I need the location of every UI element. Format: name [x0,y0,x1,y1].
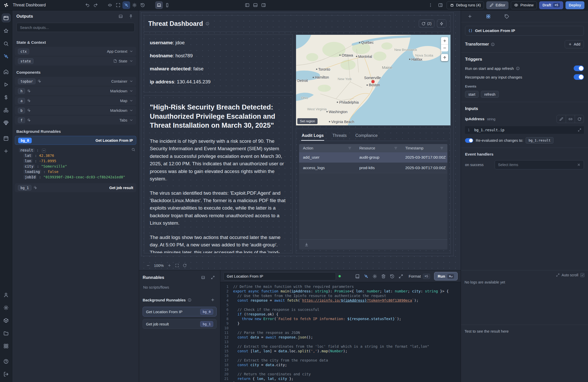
rail-app-window-button[interactable] [2,14,10,22]
collapse-result-toggle[interactable]: − [42,149,46,152]
more-menu-button[interactable] [427,1,434,9]
editor-button[interactable]: Editor [486,1,508,9]
rail-plus-button[interactable] [2,147,10,155]
expand-editor-icon[interactable] [578,128,581,132]
table-row[interactable]: add_useraudit-group2025-03-30T17:00:00Z [299,152,447,162]
rail-search-button[interactable] [2,39,10,48]
search-outputs-input[interactable] [16,23,135,32]
column-header-action[interactable]: Action [299,146,355,150]
rail-play-button[interactable] [2,80,10,89]
expand-logs-icon[interactable] [556,273,560,277]
tab-audit-logs[interactable]: Audit Logs [301,131,324,141]
map-minus-button[interactable] [441,44,448,51]
pencil-button[interactable] [557,115,566,123]
tab-threats[interactable]: Threats [332,131,347,141]
markdown-fields-component[interactable]: username: jdoehostname: host789malware d… [144,35,293,92]
tab-compliance[interactable]: Compliance [355,131,378,141]
rail-help-button[interactable] [2,357,10,366]
tag-button[interactable] [503,13,511,20]
app-trigger-button[interactable] [437,19,446,28]
clear-select-icon[interactable] [577,163,581,167]
laptop-button[interactable] [155,1,163,9]
rail-package-button[interactable] [2,316,10,325]
plus-button[interactable] [466,13,474,20]
run-button[interactable]: Run ⌘↵ [434,272,458,280]
zoom-in-icon[interactable] [167,264,171,267]
sun-button[interactable] [131,1,138,9]
trash-button[interactable] [380,272,387,280]
dock-runnables-button[interactable] [199,274,207,281]
format-button[interactable]: Format ⌘S [409,274,430,279]
output-row-f[interactable]: fTabs [15,116,136,125]
map-arrow-up-button[interactable] [441,54,448,61]
expand-runnables-button[interactable] [209,274,217,281]
topbar-component[interactable]: Threat Dashboard (2) [144,15,451,32]
add-runnable-button[interactable] [209,296,217,304]
rail-dollar-button[interactable] [2,93,10,102]
output-row-h[interactable]: hMarkdown [15,86,136,95]
rail-folder-button[interactable] [2,329,10,337]
reset-canvas-icon[interactable] [183,264,187,267]
code-button[interactable] [106,1,114,9]
panel-right-button[interactable] [260,1,267,9]
rail-settings-button[interactable] [2,303,10,312]
rail-home-button[interactable] [2,67,10,76]
link-button[interactable] [566,115,575,123]
panel-bottom-button[interactable] [252,1,259,9]
map-plus-button[interactable] [441,37,448,44]
history-button[interactable] [139,1,146,9]
fit-canvas-icon[interactable] [175,264,179,267]
book-button[interactable] [354,272,361,280]
rail-calendar-button[interactable] [2,134,10,143]
code-area[interactable]: 1// Define the main function with the re… [220,282,461,382]
runnable-item[interactable]: Get Location From IPbg_0 [143,307,217,316]
markdown-report-component[interactable]: "High-Risk Security Breach Detected: Una… [144,95,293,253]
runnable-name-input[interactable] [223,272,336,280]
output-row-a[interactable]: aMap [15,96,136,105]
redo-button[interactable] [92,1,99,9]
app-canvas[interactable]: Threat Dashboard (2) username: jdoehostn… [139,10,461,270]
expand-button[interactable] [397,272,405,280]
download-table-button[interactable] [303,241,310,248]
maximize-button[interactable] [114,1,122,9]
output-row-b[interactable]: bMarkdown [15,106,136,115]
map-marker[interactable] [371,80,375,83]
debug-runs-button[interactable]: Debug runs (4) [447,1,484,9]
bg0-row[interactable]: bg_0 Get Location From IP [15,136,136,145]
autoscroll-checkbox[interactable] [580,273,584,277]
draft-button[interactable]: Draft ⌘S [539,1,563,9]
rail-logout-button[interactable] [2,370,10,378]
wand-button[interactable] [122,1,130,9]
rail-gem-button[interactable] [2,118,10,127]
settings-button[interactable] [371,272,379,280]
table-row[interactable]: access_logsprod-k8s2025-03-30T17:03:00Z [299,162,447,173]
reevaluate-dependency-chip[interactable]: bg_1.result [526,137,553,144]
undo-button[interactable] [84,1,91,9]
wand-button[interactable] [362,272,370,280]
output-row-topbar[interactable]: topbarContainer [15,77,136,86]
on-success-select[interactable]: Select items [495,160,584,169]
set-region-button[interactable]: Set region [297,118,318,124]
rail-wand-button[interactable] [2,52,10,61]
layout-button[interactable] [484,13,492,20]
rail-star-button[interactable] [2,26,10,35]
history-button[interactable] [388,272,396,280]
add-transformer-button[interactable]: Add [565,40,584,48]
tabs-component[interactable]: Audit LogsThreatsCompliance ActionResour… [296,129,451,253]
smartphone-button[interactable] [163,1,171,9]
column-header-timestamp[interactable]: Timestamp [401,146,447,150]
panel-left-button[interactable] [243,1,251,9]
search-json-icon[interactable] [131,148,135,153]
toggle[interactable] [574,74,584,80]
selected-runnable-header[interactable]: Get Location From IP [465,26,584,36]
rail-user-button[interactable] [2,290,10,299]
rail-boxes-button[interactable] [2,106,10,114]
output-row-state[interactable]: stateState [15,57,136,66]
deploy-button[interactable]: Deploy [566,1,584,9]
output-row-ctx[interactable]: ctxApp Context [15,47,136,56]
input-expression-editor[interactable]: 1 bg_1.result.ip [465,126,584,134]
runnable-item[interactable]: Get job resultbg_1 [143,319,217,329]
dock-panel-button[interactable] [117,13,125,20]
pin-panel-button[interactable] [127,13,135,20]
bg1-row[interactable]: bg_1 Get job result [15,183,136,192]
